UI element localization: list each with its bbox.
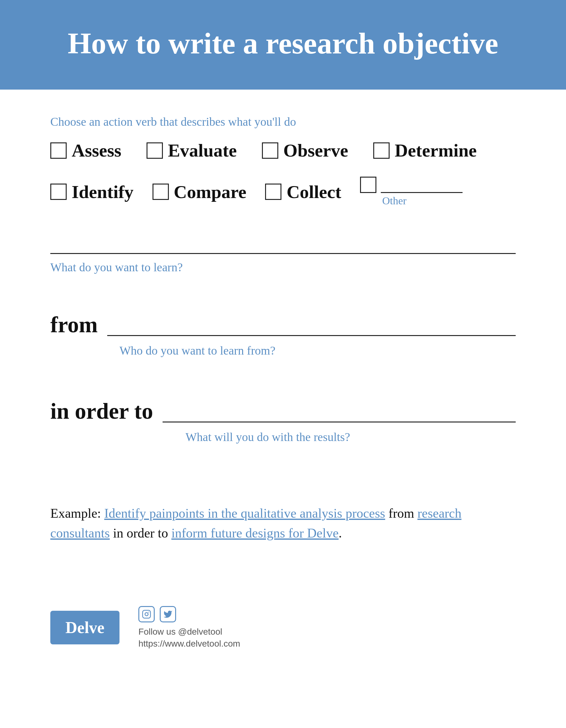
example-prefix: Example: xyxy=(50,506,104,521)
example-section: Example: Identify painpoints in the qual… xyxy=(50,504,516,543)
checkbox-label-evaluate: Evaluate xyxy=(168,140,237,161)
checkbox-label-observe: Observe xyxy=(283,140,348,161)
other-input-line[interactable] xyxy=(381,177,463,193)
inorderto-word: in order to xyxy=(50,398,153,424)
other-label: Other xyxy=(382,195,406,207)
follow-text: Follow us @delvetool xyxy=(138,627,240,637)
checkbox-identify[interactable] xyxy=(50,184,67,200)
from-row: from xyxy=(50,312,516,338)
learn-input-line[interactable] xyxy=(50,251,516,254)
checkbox-label-assess: Assess xyxy=(72,140,121,161)
checkbox-determine[interactable] xyxy=(373,142,390,159)
checkbox-label-determine: Determine xyxy=(395,140,477,161)
from-input-line[interactable] xyxy=(107,332,516,336)
other-line-row xyxy=(360,177,463,193)
example-text: Example: Identify painpoints in the qual… xyxy=(50,504,516,543)
inorderto-section: in order to What will you do with the re… xyxy=(50,398,516,444)
svg-rect-0 xyxy=(143,610,151,618)
inorderto-sublabel: What will you do with the results? xyxy=(185,430,516,444)
spacer-4 xyxy=(50,475,516,494)
checkbox-item-identify[interactable]: Identify xyxy=(50,181,134,202)
from-section: from Who do you want to learn from? xyxy=(50,312,516,357)
example-suffix: . xyxy=(339,526,342,540)
checkbox-assess[interactable] xyxy=(50,142,67,159)
main-content: Choose an action verb that describes wha… xyxy=(0,90,566,593)
checkboxes-row-1: Assess Evaluate Observe Determine xyxy=(50,140,516,161)
verb-instruction-label: Choose an action verb that describes wha… xyxy=(50,115,516,129)
example-middle: from xyxy=(385,506,418,521)
checkbox-evaluate[interactable] xyxy=(146,142,163,159)
example-middle2: in order to xyxy=(110,526,171,540)
checkbox-item-observe[interactable]: Observe xyxy=(262,140,348,161)
website-text: https://www.delvetool.com xyxy=(138,639,240,649)
checkbox-item-compare[interactable]: Compare xyxy=(152,181,246,202)
instagram-icon[interactable] xyxy=(138,606,155,622)
spacer-3 xyxy=(50,379,516,398)
checkboxes-row-2: Identify Compare Collect Other xyxy=(50,177,516,207)
twitter-icon[interactable] xyxy=(160,606,176,622)
checkbox-collect[interactable] xyxy=(265,184,281,200)
checkbox-observe[interactable] xyxy=(262,142,278,159)
checkbox-compare[interactable] xyxy=(152,184,169,200)
spacer-sm-1 xyxy=(50,494,516,504)
checkbox-item-collect[interactable]: Collect xyxy=(265,181,341,202)
other-item: Other xyxy=(360,177,463,207)
checkbox-item-determine[interactable]: Determine xyxy=(373,140,477,161)
page-title: How to write a research objective xyxy=(19,25,547,61)
example-link-1[interactable]: Identify painpoints in the qualitative a… xyxy=(104,506,385,521)
social-icons xyxy=(138,606,240,622)
from-sublabel: Who do you want to learn from? xyxy=(119,344,516,357)
learn-section: What do you want to learn? xyxy=(50,251,516,274)
footer-section: Delve Follow us @delvetool https://www.d… xyxy=(0,593,566,661)
from-word: from xyxy=(50,312,98,338)
social-section: Follow us @delvetool https://www.delveto… xyxy=(138,606,240,649)
delve-button[interactable]: Delve xyxy=(50,611,119,644)
inorderto-input-line[interactable] xyxy=(162,419,516,422)
checkbox-other[interactable] xyxy=(360,177,377,193)
checkbox-item-assess[interactable]: Assess xyxy=(50,140,121,161)
spacer-1 xyxy=(50,232,516,251)
inorderto-row: in order to xyxy=(50,398,516,424)
learn-sublabel: What do you want to learn? xyxy=(50,260,516,274)
checkbox-label-collect: Collect xyxy=(287,181,341,202)
spacer-2 xyxy=(50,293,516,312)
header-section: How to write a research objective xyxy=(0,0,566,90)
example-link-3[interactable]: inform future designs for Delve xyxy=(171,526,339,540)
checkbox-label-compare: Compare xyxy=(174,181,246,202)
checkbox-label-identify: Identify xyxy=(72,181,134,202)
checkbox-item-evaluate[interactable]: Evaluate xyxy=(146,140,237,161)
